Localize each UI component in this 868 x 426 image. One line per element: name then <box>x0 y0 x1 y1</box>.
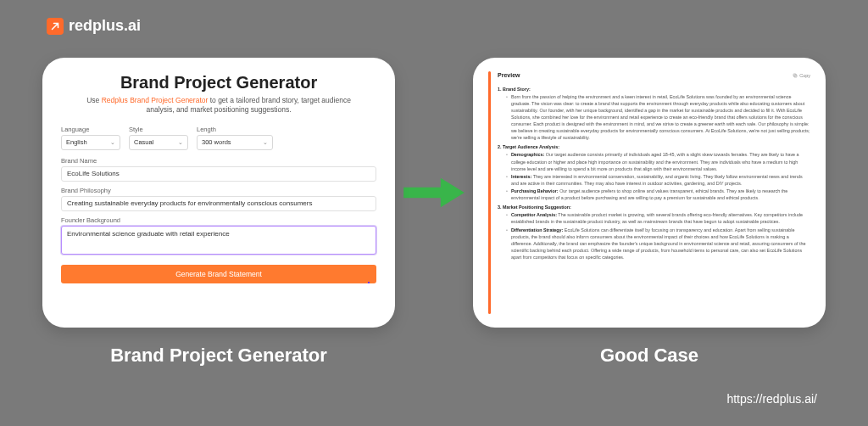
brand-story-body: Born from the passion of helping the env… <box>506 93 810 142</box>
caption-right: Good Case <box>531 345 768 367</box>
caption-left: Brand Project Generator <box>92 345 346 367</box>
arrow-right-icon <box>400 170 468 216</box>
founder-background-textarea[interactable]: Environmental science graduate with reta… <box>61 226 376 255</box>
cursor-dot <box>368 282 370 283</box>
page-subtitle: Use Redplus Brand Project Generator to g… <box>79 96 359 115</box>
brand-name-input[interactable]: EcoLife Solutions <box>61 166 376 182</box>
copy-icon <box>793 73 798 78</box>
style-label: Style <box>129 126 188 133</box>
brand-name-label: Brand Name <box>61 157 376 165</box>
svg-rect-0 <box>794 75 797 77</box>
style-select[interactable]: Casual⌄ <box>129 135 188 150</box>
chevron-down-icon: ⌄ <box>110 139 115 146</box>
page-title: Brand Project Generator <box>61 73 376 92</box>
preview-card: Preview Copy 1. Brand Story: Born from t… <box>473 58 826 328</box>
chevron-down-icon: ⌄ <box>263 139 268 146</box>
length-select[interactable]: 300 words⌄ <box>197 135 273 150</box>
svg-rect-1 <box>793 74 796 76</box>
length-label: Length <box>197 126 273 133</box>
preview-title: Preview <box>498 71 520 81</box>
generator-form-card: Brand Project Generator Use Redplus Bran… <box>42 58 395 328</box>
language-select[interactable]: English⌄ <box>61 135 120 150</box>
language-label: Language <box>61 126 120 133</box>
preview-section-1: 1. Brand Story: Born from the passion of… <box>498 86 810 142</box>
preview-section-2: 2. Target Audience Analysis: Demographic… <box>498 143 810 201</box>
preview-accent-bar <box>488 71 491 314</box>
brand-name: redplus.ai <box>69 17 141 35</box>
arrow-up-right-icon <box>47 18 64 35</box>
copy-button[interactable]: Copy <box>793 72 810 79</box>
founder-background-label: Founder Background <box>61 216 376 224</box>
preview-section-3: 3. Market Positioning Suggestion: Compet… <box>498 204 810 261</box>
generate-button[interactable]: Generate Brand Statement <box>61 265 376 283</box>
footer-url: https://redplus.ai/ <box>726 392 817 406</box>
brand-logo: redplus.ai <box>47 17 141 35</box>
chevron-down-icon: ⌄ <box>178 139 183 146</box>
brand-philosophy-label: Brand Philosophy <box>61 187 376 194</box>
select-row: Language English⌄ Style Casual⌄ Length 3… <box>61 126 376 150</box>
brand-philosophy-input[interactable]: Creating sustainable everyday products f… <box>61 196 376 211</box>
